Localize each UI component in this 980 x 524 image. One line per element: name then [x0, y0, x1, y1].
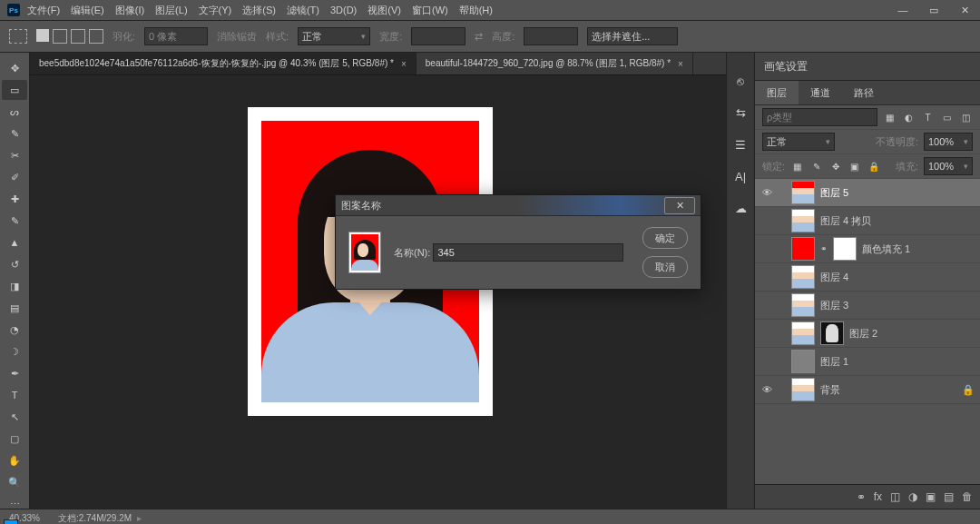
menu-type[interactable]: 文字(Y) — [199, 4, 232, 17]
type-tool-icon[interactable]: T — [2, 385, 27, 405]
dodge-tool-icon[interactable]: ☽ — [2, 341, 27, 361]
name-input[interactable]: 345 — [433, 243, 623, 262]
adjustment-layer-icon[interactable]: ◑ — [908, 490, 917, 503]
eyedropper-tool-icon[interactable]: ✐ — [2, 167, 27, 187]
visibility-icon[interactable]: 👁 — [760, 187, 773, 198]
link-layers-icon[interactable]: ⚭ — [857, 490, 866, 503]
menu-select[interactable]: 选择(S) — [242, 4, 276, 17]
close-icon[interactable]: × — [401, 59, 407, 69]
zoom-tool-icon[interactable]: 🔍 — [2, 472, 27, 492]
filter-smart-icon[interactable]: ◫ — [959, 111, 973, 124]
layer-search[interactable]: ρ类型 — [762, 108, 877, 126]
history-brush-tool-icon[interactable]: ↺ — [2, 254, 27, 274]
document-tabs: bee5dbd8e1024e74a1a50fe76112a6d6-恢复的-恢复的… — [30, 53, 726, 75]
tab-paths[interactable]: 路径 — [842, 81, 886, 104]
adjustments-panel-icon[interactable]: ☰ — [735, 138, 746, 152]
lock-move-icon[interactable]: ✥ — [828, 160, 842, 173]
tab-layers[interactable]: 图层 — [755, 81, 799, 104]
filter-adjust-icon[interactable]: ◐ — [902, 111, 916, 124]
delete-layer-icon[interactable]: 🗑 — [962, 490, 973, 503]
intersect-selection-icon[interactable] — [89, 29, 103, 44]
tool-preset-icon[interactable] — [9, 29, 27, 44]
ok-button[interactable]: 确定 — [642, 227, 688, 249]
dialog-titlebar[interactable]: 图案名称 ✕ — [336, 195, 701, 216]
menu-view[interactable]: 视图(V) — [368, 4, 401, 17]
layer-mask-icon[interactable]: ◫ — [890, 490, 900, 503]
lock-position-icon[interactable]: ✎ — [809, 160, 823, 173]
name-label: 名称(N): — [394, 247, 430, 258]
filter-image-icon[interactable]: ▦ — [883, 111, 897, 124]
menu-file[interactable]: 文件(F) — [27, 4, 60, 17]
minimize-button[interactable]: — — [887, 0, 918, 20]
layer-row[interactable]: 图层 2 — [755, 320, 980, 348]
new-selection-icon[interactable] — [36, 29, 49, 42]
brush-tool-icon[interactable]: ✎ — [2, 211, 27, 231]
fill-input[interactable]: 100%▾ — [924, 157, 973, 175]
color-swatch[interactable] — [4, 519, 25, 524]
menu-layer[interactable]: 图层(L) — [155, 4, 187, 17]
refine-button[interactable]: 选择并遮住... — [587, 27, 678, 45]
style-dropdown[interactable]: 正常▾ — [298, 27, 370, 45]
menu-help[interactable]: 帮助(H) — [459, 4, 493, 17]
path-tool-icon[interactable]: ↖ — [2, 407, 27, 427]
menu-image[interactable]: 图像(I) — [115, 4, 144, 17]
character-panel-icon[interactable]: A| — [735, 170, 746, 183]
menu-window[interactable]: 窗口(W) — [412, 4, 448, 17]
chevron-right-icon[interactable]: ▸ — [137, 513, 142, 523]
gradient-tool-icon[interactable]: ▤ — [2, 298, 27, 318]
lasso-tool-icon[interactable]: ᔕ — [2, 102, 27, 122]
libraries-panel-icon[interactable]: ☁ — [735, 202, 747, 215]
more-tool-icon[interactable]: ⋯ — [2, 494, 27, 514]
pen-tool-icon[interactable]: ✒ — [2, 363, 27, 383]
layer-name: 颜色填充 1 — [862, 242, 910, 256]
visibility-icon[interactable]: 👁 — [760, 384, 773, 395]
menu-edit[interactable]: 编辑(E) — [71, 4, 104, 17]
layer-row[interactable]: ⚭颜色填充 1 — [755, 235, 980, 263]
maximize-button[interactable]: ▭ — [918, 0, 949, 20]
close-button[interactable]: ✕ — [949, 0, 980, 20]
subtract-selection-icon[interactable] — [71, 29, 85, 44]
lock-all-icon[interactable]: 🔒 — [867, 160, 880, 173]
layer-row[interactable]: 图层 4 — [755, 263, 980, 292]
layer-row[interactable]: 图层 3 — [755, 292, 980, 320]
blur-tool-icon[interactable]: ◔ — [2, 320, 27, 340]
eraser-tool-icon[interactable]: ◨ — [2, 276, 27, 296]
antialias-checkbox[interactable]: 消除锯齿 — [217, 30, 257, 44]
opacity-input[interactable]: 100%▾ — [924, 133, 973, 151]
layer-row[interactable]: 👁背景🔒 — [755, 376, 980, 404]
cancel-button[interactable]: 取消 — [642, 256, 688, 278]
brush-settings-title[interactable]: 画笔设置 — [755, 53, 980, 80]
doc-size[interactable]: 文档:2.74M/29.2M — [58, 512, 132, 525]
blend-mode-dropdown[interactable]: 正常▾ — [762, 133, 835, 151]
feather-input[interactable]: 0 像素 — [144, 27, 208, 45]
add-selection-icon[interactable] — [53, 29, 67, 44]
menu-filter[interactable]: 滤镜(T) — [287, 4, 319, 17]
marquee-tool-icon[interactable]: ▭ — [2, 80, 27, 100]
dialog-close-button[interactable]: ✕ — [664, 197, 695, 214]
lock-pixels-icon[interactable]: ▦ — [790, 160, 804, 173]
properties-panel-icon[interactable]: ⇆ — [736, 106, 746, 120]
filter-type-icon[interactable]: T — [921, 111, 935, 124]
hand-tool-icon[interactable]: ✋ — [2, 450, 27, 470]
layer-row[interactable]: 👁图层 5 — [755, 179, 980, 207]
new-layer-icon[interactable]: ▤ — [944, 490, 954, 503]
menu-3d[interactable]: 3D(D) — [330, 5, 357, 15]
filter-shape-icon[interactable]: ▭ — [940, 111, 954, 124]
layer-name: 图层 3 — [820, 299, 848, 312]
shape-tool-icon[interactable]: ▢ — [2, 429, 27, 449]
tab-channels[interactable]: 通道 — [799, 81, 842, 104]
move-tool-icon[interactable]: ✥ — [2, 58, 27, 78]
layer-style-icon[interactable]: fx — [874, 490, 882, 503]
healing-tool-icon[interactable]: ✚ — [2, 189, 27, 209]
history-panel-icon[interactable]: ⎋ — [737, 74, 744, 88]
close-icon[interactable]: × — [678, 59, 683, 69]
tab-doc-2[interactable]: beautiful-1844729_960_720.jpg @ 88.7% (图… — [416, 53, 693, 74]
layer-row[interactable]: 图层 4 拷贝 — [755, 207, 980, 235]
lock-artboard-icon[interactable]: ▣ — [848, 160, 861, 173]
tab-doc-1[interactable]: bee5dbd8e1024e74a1a50fe76112a6d6-恢复的-恢复的… — [30, 53, 416, 74]
layer-row[interactable]: 图层 1 — [755, 348, 980, 376]
stamp-tool-icon[interactable]: ▲ — [2, 232, 27, 252]
layer-group-icon[interactable]: ▣ — [926, 490, 936, 503]
crop-tool-icon[interactable]: ✂ — [2, 145, 27, 165]
quick-select-tool-icon[interactable]: ✎ — [2, 124, 27, 143]
